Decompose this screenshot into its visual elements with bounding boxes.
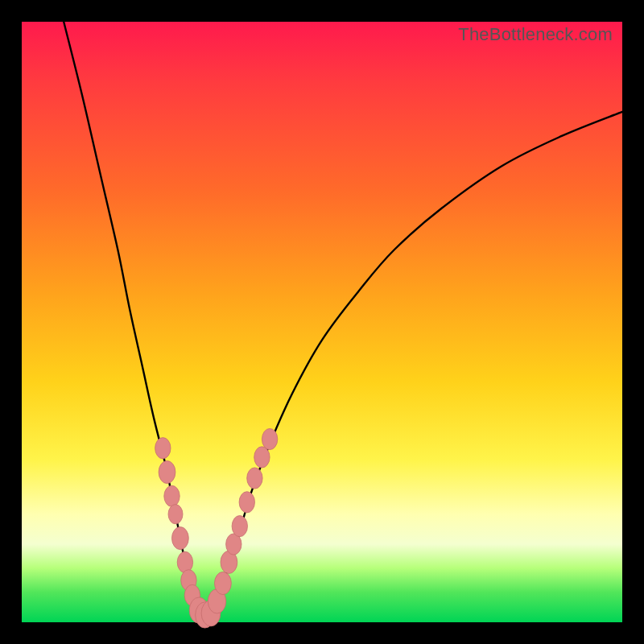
curve-marker — [172, 527, 189, 550]
plot-area: TheBottleneck.com — [22, 22, 622, 622]
curve-marker — [215, 572, 232, 594]
curve-marker — [239, 492, 254, 513]
curve-marker — [164, 485, 180, 506]
curve-marker — [168, 505, 183, 524]
curve-layer — [22, 22, 622, 622]
chart-frame: TheBottleneck.com — [0, 0, 644, 644]
bottleneck-curve — [64, 22, 622, 618]
curve-markers — [155, 428, 278, 628]
curve-marker — [262, 428, 277, 449]
curve-marker — [247, 468, 262, 489]
curve-marker — [232, 516, 247, 537]
curve-marker — [254, 447, 270, 468]
curve-marker — [159, 460, 175, 483]
curve-marker — [155, 438, 171, 459]
curve-marker — [177, 551, 192, 572]
